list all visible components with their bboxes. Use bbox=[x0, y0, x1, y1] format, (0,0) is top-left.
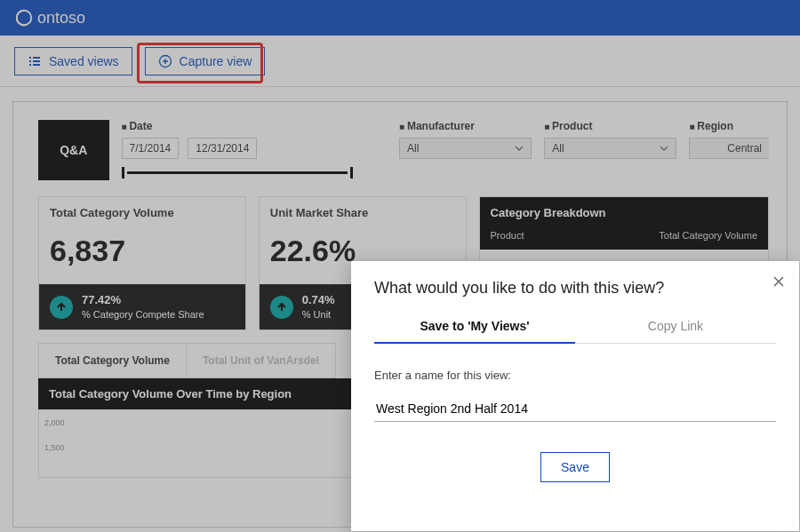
view-name-input[interactable] bbox=[374, 398, 776, 422]
dialog-tabs: Save to 'My Views' Copy Link bbox=[374, 319, 776, 344]
close-icon bbox=[772, 275, 785, 288]
dialog-title: What would you like to do with this view… bbox=[374, 279, 776, 298]
tab-copy-link[interactable]: Copy Link bbox=[575, 319, 776, 343]
capture-view-dialog: What would you like to do with this view… bbox=[351, 261, 799, 531]
view-name-label: Enter a name for this view: bbox=[374, 369, 776, 382]
close-button[interactable] bbox=[772, 274, 785, 292]
tab-save-to-my-views[interactable]: Save to 'My Views' bbox=[374, 319, 575, 344]
save-button[interactable]: Save bbox=[540, 452, 610, 482]
